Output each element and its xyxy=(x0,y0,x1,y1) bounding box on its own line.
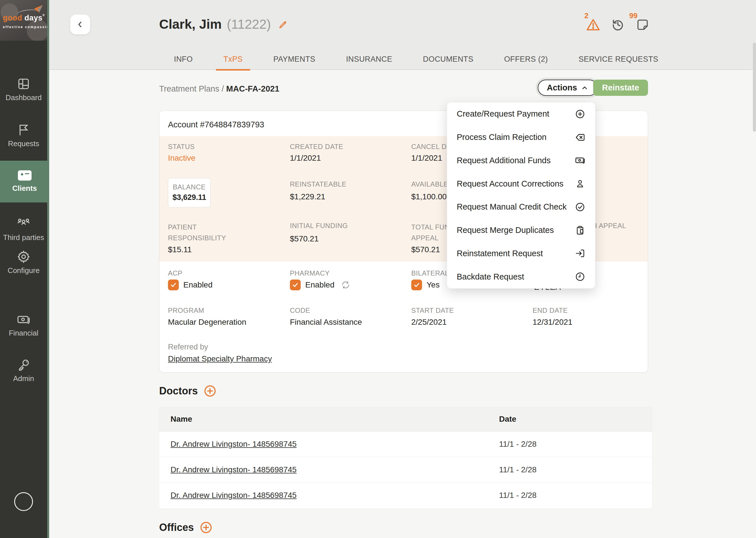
actions-button[interactable]: Actions xyxy=(538,80,597,96)
edit-pencil-icon[interactable] xyxy=(278,20,288,30)
menu-item-backdate-request[interactable]: Backdate Request xyxy=(447,265,595,288)
pharmacy-checkbox[interactable] xyxy=(290,280,301,290)
actions-button-label: Actions xyxy=(547,83,577,92)
sidebar-item-requests[interactable]: Requests xyxy=(0,123,47,148)
referred-by-link[interactable]: Diplomat Specialty Pharmacy xyxy=(168,354,272,363)
menu-item-reinstatement-request[interactable]: Reinstatement Request xyxy=(447,242,595,265)
breadcrumb: Treatment Plans / MAC-FA-2021 xyxy=(159,84,279,93)
bilateral-checkbox[interactable] xyxy=(411,280,422,290)
tab-insurance[interactable]: INSURANCE xyxy=(338,48,400,70)
doctors-heading: Doctors xyxy=(159,385,198,397)
sidebar-item-label: Dashboard xyxy=(0,93,47,102)
pharmacy-label: PHARMACY xyxy=(290,269,330,277)
menu-item-create-request-payment[interactable]: Create/Request Payment xyxy=(447,102,595,126)
patient-id: (11222) xyxy=(227,17,271,32)
balance-value: $3,629.11 xyxy=(173,193,206,202)
bilateral-label: BILATERAL xyxy=(411,269,449,277)
code-label: CODE xyxy=(290,306,310,314)
refresh-icon[interactable] xyxy=(341,280,350,290)
sidebar-item-label: Clients xyxy=(0,184,49,193)
sidebar-item-label: Financial xyxy=(0,329,47,338)
balance-box: BALANCE $3,629.11 xyxy=(168,178,211,207)
brand-days: days xyxy=(25,14,43,22)
sidebar-item-label: Requests xyxy=(0,139,47,148)
dashboard-icon xyxy=(17,77,31,91)
history-button[interactable] xyxy=(611,11,627,31)
program-value: Macular Degeneration xyxy=(168,318,246,327)
clipboard-icon xyxy=(575,225,585,236)
tab-txps[interactable]: TxPS xyxy=(216,48,250,70)
key-icon xyxy=(17,358,31,372)
start-date-value: 2/25/2021 xyxy=(411,318,447,327)
sidebar-item-admin[interactable]: Admin xyxy=(0,358,47,383)
sidebar-item-third-parties[interactable]: Third parties xyxy=(0,217,47,242)
add-doctor-icon[interactable] xyxy=(204,384,217,398)
brand-good: good xyxy=(3,14,22,22)
menu-item-label: Request Manual Credit Check xyxy=(457,202,567,212)
tab-info[interactable]: INFO xyxy=(167,48,200,70)
menu-item-label: Create/Request Payment xyxy=(457,109,549,119)
reinstateable-label: REINSTATEABLE xyxy=(290,180,346,188)
doctor-date: 11/1 - 2/28 xyxy=(499,491,536,500)
sidebar-item-dashboard[interactable]: Dashboard xyxy=(0,77,47,102)
patient-responsibility-value: $15.11 xyxy=(168,245,192,254)
chevron-left-icon xyxy=(76,21,84,28)
pharmacy-checkbox-row: Enabled xyxy=(290,280,350,290)
clock-icon xyxy=(575,271,585,282)
add-office-icon[interactable] xyxy=(200,521,213,534)
patient-responsibility-label: PATIENT RESPONSIBILITY xyxy=(168,222,226,243)
table-row: Dr. Andrew Livingston- 1485698745 11/1 -… xyxy=(159,483,652,508)
notes-badge: 99 xyxy=(629,11,637,20)
breadcrumb-current: MAC-FA-2021 xyxy=(226,84,279,93)
status-label: STATUS xyxy=(168,143,195,151)
doctor-link[interactable]: Dr. Andrew Livingston- 1485698745 xyxy=(171,491,297,500)
code-value: Financial Assistance xyxy=(290,318,362,327)
offices-section-heading: Offices xyxy=(159,521,213,534)
bilateral-value: Yes xyxy=(427,280,440,290)
sidebar: good days® effective compassion® Dashboa… xyxy=(0,0,49,538)
backspace-icon xyxy=(575,132,585,143)
actions-dropdown-menu: Create/Request Payment Process Claim Rej… xyxy=(447,102,595,289)
page-title: Clark, Jim (11222) xyxy=(159,17,288,32)
acp-value: Enabled xyxy=(183,280,213,290)
app-root: good days® effective compassion® Dashboa… xyxy=(0,0,756,538)
doctor-link[interactable]: Dr. Andrew Livingston- 1485698745 xyxy=(171,465,297,474)
sidebar-item-clients[interactable]: Clients xyxy=(0,161,49,202)
back-button[interactable] xyxy=(70,15,90,34)
bilateral-checkbox-row: Yes xyxy=(411,280,440,290)
check-circle-icon xyxy=(575,202,585,212)
check-icon xyxy=(292,282,299,288)
tab-documents[interactable]: DOCUMENTS xyxy=(416,48,481,70)
start-date-label: START DATE xyxy=(411,306,454,314)
menu-item-request-account-corrections[interactable]: Request Account Corrections xyxy=(447,172,595,195)
reinstate-button[interactable]: Reinstate xyxy=(593,80,648,96)
acp-label: ACP xyxy=(168,269,182,277)
menu-item-process-claim-rejection[interactable]: Process Claim Rejection xyxy=(447,126,595,149)
check-icon xyxy=(413,282,420,288)
total-funding-appeal-label-line2: APPEAL xyxy=(411,234,438,242)
status-value: Inactive xyxy=(168,154,195,163)
menu-item-request-additional-funds[interactable]: Request Additional Funds xyxy=(447,149,595,172)
menu-item-request-manual-credit-check[interactable]: Request Manual Credit Check xyxy=(447,195,595,219)
tab-payments[interactable]: PAYMENTS xyxy=(266,48,323,70)
notes-button[interactable]: 99 xyxy=(636,11,652,31)
cancel-date-value: 1/1/2021 xyxy=(411,154,442,163)
patient-name: Clark, Jim xyxy=(159,17,222,32)
vertical-scrollbar[interactable] xyxy=(753,43,756,132)
column-header-date: Date xyxy=(499,414,516,424)
user-avatar[interactable] xyxy=(14,492,33,511)
alerts-button[interactable]: 2 xyxy=(586,11,602,31)
doctors-table-header: Name Date xyxy=(159,406,652,431)
breadcrumb-section[interactable]: Treatment Plans / xyxy=(159,84,226,93)
acp-checkbox[interactable] xyxy=(168,280,179,290)
banknote-icon xyxy=(16,312,31,326)
tab-offers[interactable]: OFFERS (2) xyxy=(497,48,555,70)
doctor-link[interactable]: Dr. Andrew Livingston- 1485698745 xyxy=(171,440,297,449)
offices-heading: Offices xyxy=(159,521,194,533)
tab-service-requests[interactable]: SERVICE REQUESTS xyxy=(571,48,666,70)
reinstate-button-label: Reinstate xyxy=(602,83,639,92)
menu-item-request-merge-duplicates[interactable]: Request Merge Duplicates xyxy=(447,219,595,242)
sidebar-item-financial[interactable]: Financial xyxy=(0,312,47,338)
sidebar-item-configure[interactable]: Configure xyxy=(0,250,47,275)
menu-item-label: Request Merge Duplicates xyxy=(457,226,554,235)
